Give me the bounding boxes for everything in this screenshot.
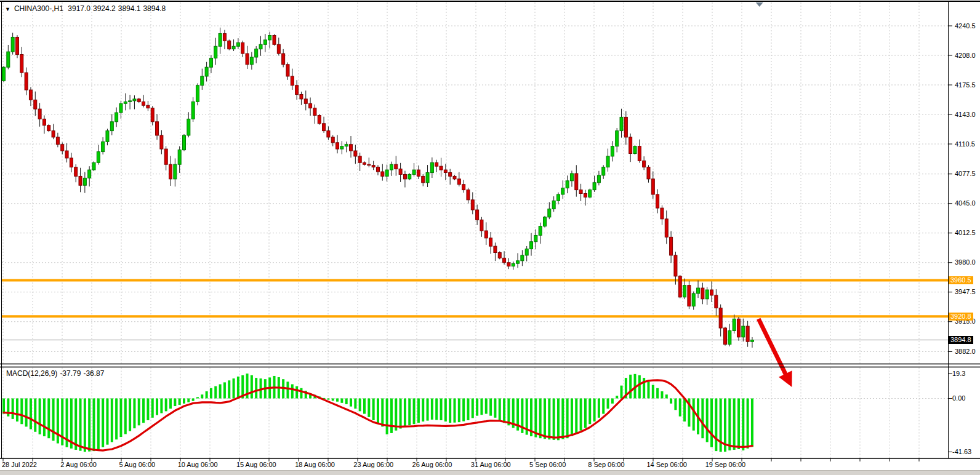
candle-body bbox=[588, 190, 592, 198]
macd-histogram-bar bbox=[431, 399, 433, 420]
macd-histogram-bar bbox=[670, 399, 672, 404]
candle-body bbox=[174, 164, 177, 179]
macd-histogram-bar bbox=[683, 399, 686, 422]
candle-body bbox=[2, 67, 6, 81]
candle-body bbox=[191, 102, 195, 119]
chart-dropdown-arrow[interactable]: ▼ bbox=[5, 6, 10, 12]
candle-body bbox=[724, 328, 727, 345]
candle-body bbox=[358, 156, 361, 162]
macd-histogram-bar bbox=[534, 399, 537, 437]
candle-body bbox=[471, 200, 474, 210]
candle-body bbox=[142, 102, 145, 105]
candle-body bbox=[390, 164, 393, 170]
macd-histogram-bar bbox=[665, 394, 668, 398]
candle-body bbox=[643, 161, 646, 167]
macd-histogram-bar bbox=[598, 399, 600, 418]
candle-body bbox=[228, 41, 231, 49]
macd-histogram-bar bbox=[462, 399, 465, 421]
macd-histogram-bar bbox=[2, 399, 5, 414]
candle-body bbox=[715, 295, 718, 308]
macd-histogram-bar bbox=[138, 399, 140, 426]
macd-histogram-bar bbox=[427, 399, 429, 421]
candle-body bbox=[156, 122, 159, 135]
candle-body bbox=[205, 67, 208, 76]
macd-axis-label: 0.00 bbox=[952, 394, 965, 402]
macd-histogram-bar bbox=[354, 399, 356, 409]
candle-body bbox=[701, 288, 704, 299]
macd-histogram-bar bbox=[693, 399, 695, 431]
price-axis-label: 4175.5 bbox=[955, 81, 976, 89]
chart-shift-marker-icon[interactable] bbox=[756, 2, 763, 7]
candle-body bbox=[25, 73, 28, 90]
candle-body bbox=[106, 131, 109, 142]
price-tag-hline: 3960.5 bbox=[949, 276, 973, 284]
macd-histogram-bar bbox=[679, 399, 681, 417]
macd-histogram-bar bbox=[57, 399, 59, 444]
price-tag-bid: 3894.8 bbox=[949, 336, 973, 344]
candle-body bbox=[661, 208, 664, 219]
candle-body bbox=[304, 99, 307, 103]
candle-body bbox=[381, 172, 384, 176]
candle-body bbox=[223, 34, 226, 41]
candle-body bbox=[688, 285, 691, 306]
macd-histogram-bar bbox=[652, 385, 654, 399]
candle-body bbox=[620, 117, 623, 130]
candle-body bbox=[15, 37, 18, 54]
chart-window: ▼CHINA300-,H1 3917.03924.23894.13894.8 M… bbox=[0, 0, 980, 475]
macd-histogram-bar bbox=[300, 388, 302, 399]
candle-body bbox=[692, 293, 695, 306]
time-axis-label: 31 Aug 06:00 bbox=[471, 461, 511, 468]
macd-histogram-bar bbox=[291, 385, 294, 399]
candle-body bbox=[602, 167, 605, 175]
candle-body bbox=[742, 326, 745, 337]
macd-axis-label: 19.3 bbox=[952, 370, 965, 377]
macd-histogram-bar bbox=[747, 399, 749, 449]
macd-histogram-bar bbox=[39, 399, 41, 434]
candle-body bbox=[376, 167, 379, 172]
candle-body bbox=[476, 210, 479, 220]
candle-body bbox=[647, 167, 650, 179]
candle-body bbox=[484, 231, 488, 238]
candle-body bbox=[638, 146, 641, 161]
candle-body bbox=[282, 54, 285, 65]
macd-histogram-bar bbox=[413, 399, 416, 425]
candle-body bbox=[300, 95, 303, 99]
candle-body bbox=[395, 164, 398, 169]
macd-histogram-bar bbox=[408, 399, 411, 426]
candle-body bbox=[403, 174, 406, 178]
candle-body bbox=[489, 238, 492, 246]
price-axis-label: 4208.0 bbox=[955, 52, 976, 59]
candle-body bbox=[313, 108, 316, 116]
candle-body bbox=[422, 176, 425, 182]
macd-histogram-bar bbox=[327, 399, 329, 400]
candle-body bbox=[61, 145, 64, 151]
macd-histogram-bar bbox=[557, 399, 560, 441]
candle-body bbox=[719, 308, 722, 328]
candle-body bbox=[705, 290, 709, 299]
macd-histogram-bar bbox=[566, 399, 569, 439]
macd-histogram-bar bbox=[575, 399, 577, 434]
time-axis-label: 19 Sep 06:00 bbox=[705, 461, 745, 468]
macd-histogram-bar bbox=[571, 399, 573, 436]
time-axis-label: 14 Sep 06:00 bbox=[646, 461, 686, 468]
candle-body bbox=[119, 103, 122, 113]
price-axis-label: 3980.0 bbox=[955, 258, 976, 266]
macd-histogram-bar bbox=[30, 399, 32, 429]
candle-body bbox=[340, 146, 343, 149]
bottom-scroll-strip[interactable] bbox=[0, 470, 980, 475]
price-chart-canvas[interactable] bbox=[0, 0, 980, 475]
candle-body bbox=[440, 166, 443, 170]
candle-body bbox=[110, 122, 113, 131]
macd-histogram-bar bbox=[165, 399, 167, 412]
candle-body bbox=[309, 103, 312, 108]
candle-body bbox=[435, 162, 438, 166]
candle-body bbox=[183, 135, 186, 150]
candle-body bbox=[480, 220, 483, 231]
macd-histogram-bar bbox=[201, 394, 203, 398]
macd-histogram-bar bbox=[742, 399, 744, 451]
candle-body bbox=[129, 101, 132, 102]
macd-histogram-bar bbox=[156, 399, 158, 415]
macd-histogram-bar bbox=[20, 399, 23, 425]
macd-histogram-bar bbox=[602, 399, 604, 414]
macd-histogram-bar bbox=[476, 399, 478, 416]
